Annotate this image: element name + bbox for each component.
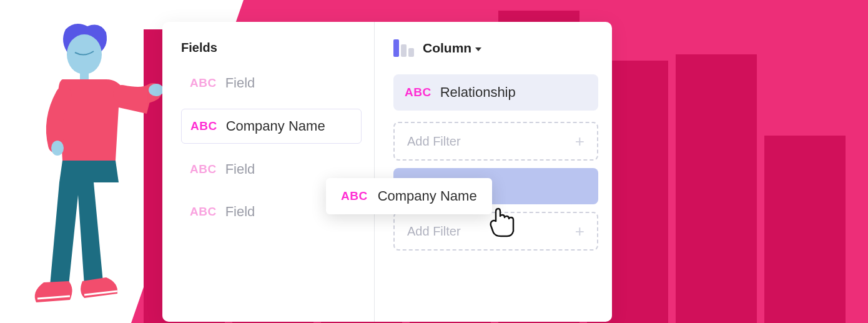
abc-icon: ABC bbox=[190, 162, 217, 176]
relationship-row[interactable]: ABC Relationship bbox=[393, 74, 598, 111]
fields-title: Fields bbox=[181, 41, 362, 55]
builder-panel: Fields ABC Field ABC Company Name ABC Fi… bbox=[162, 22, 612, 322]
plus-icon: + bbox=[575, 133, 584, 149]
drag-chip-label: Company Name bbox=[378, 188, 477, 204]
field-item[interactable]: ABC Field bbox=[181, 66, 362, 100]
add-filter-label: Add Filter bbox=[407, 224, 461, 239]
abc-icon: ABC bbox=[190, 76, 217, 90]
add-filter-button[interactable]: Add Filter + bbox=[393, 122, 598, 161]
cursor-hand-icon bbox=[487, 205, 516, 239]
field-label: Field bbox=[225, 75, 255, 91]
column-header[interactable]: Column bbox=[393, 39, 598, 57]
abc-icon: ABC bbox=[190, 205, 217, 219]
field-label: Field bbox=[225, 161, 255, 177]
fields-panel: Fields ABC Field ABC Company Name ABC Fi… bbox=[162, 22, 375, 322]
plus-icon: + bbox=[575, 223, 584, 239]
relationship-label: Relationship bbox=[440, 84, 516, 101]
svg-point-2 bbox=[149, 84, 164, 96]
field-label: Company Name bbox=[226, 118, 325, 134]
field-label: Field bbox=[225, 204, 255, 220]
column-header-label: Column bbox=[423, 41, 481, 56]
abc-icon: ABC bbox=[405, 86, 432, 99]
character-illustration bbox=[25, 20, 169, 317]
svg-point-3 bbox=[51, 141, 64, 156]
add-filter-label: Add Filter bbox=[407, 134, 461, 149]
drag-chip[interactable]: ABC Company Name bbox=[326, 178, 492, 214]
abc-icon: ABC bbox=[190, 119, 217, 133]
svg-rect-1 bbox=[80, 71, 89, 80]
chevron-down-icon bbox=[475, 47, 481, 51]
abc-icon: ABC bbox=[341, 189, 368, 203]
column-panel: Column ABC Relationship Add Filter + Add… bbox=[375, 22, 612, 322]
field-item-company-name[interactable]: ABC Company Name bbox=[181, 109, 362, 144]
column-chart-icon bbox=[393, 39, 414, 57]
